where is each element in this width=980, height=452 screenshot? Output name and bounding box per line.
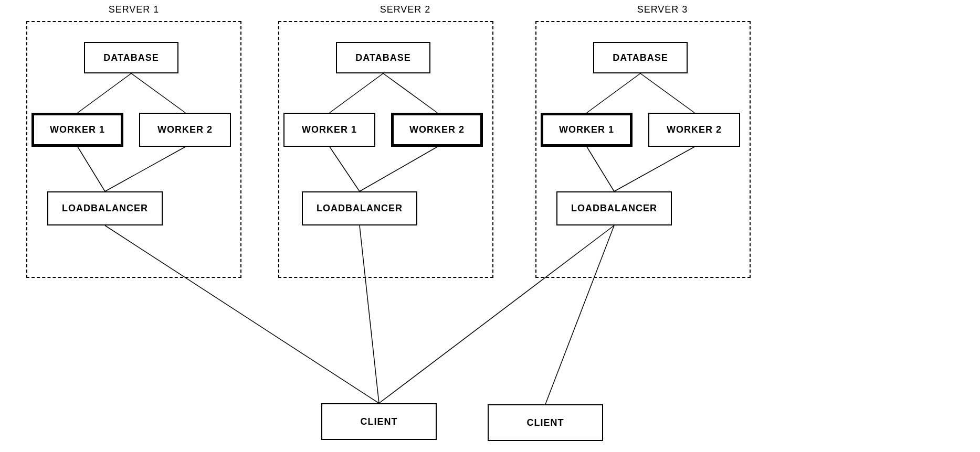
server3-database: DATABASE <box>593 42 688 73</box>
server3-worker1: WORKER 1 <box>541 113 633 147</box>
server2-database: DATABASE <box>336 42 430 73</box>
server2-loadbalancer: LOADBALANCER <box>302 191 417 225</box>
server3-label: SERVER 3 <box>610 4 715 15</box>
server3-loadbalancer: LOADBALANCER <box>556 191 672 225</box>
server2-worker2: WORKER 2 <box>391 113 483 147</box>
server3-worker2: WORKER 2 <box>648 113 740 147</box>
architecture-diagram: SERVER 1 DATABASE WORKER 1 WORKER 2 LOAD… <box>0 0 980 452</box>
client1: CLIENT <box>321 403 437 440</box>
server2-label: SERVER 2 <box>353 4 458 15</box>
server1-worker1: WORKER 1 <box>31 113 123 147</box>
server2-worker1: WORKER 1 <box>283 113 375 147</box>
client2: CLIENT <box>488 404 603 441</box>
server1-label: SERVER 1 <box>81 4 186 15</box>
server1-worker2: WORKER 2 <box>139 113 231 147</box>
server1-loadbalancer: LOADBALANCER <box>47 191 163 225</box>
server1-database: DATABASE <box>84 42 178 73</box>
